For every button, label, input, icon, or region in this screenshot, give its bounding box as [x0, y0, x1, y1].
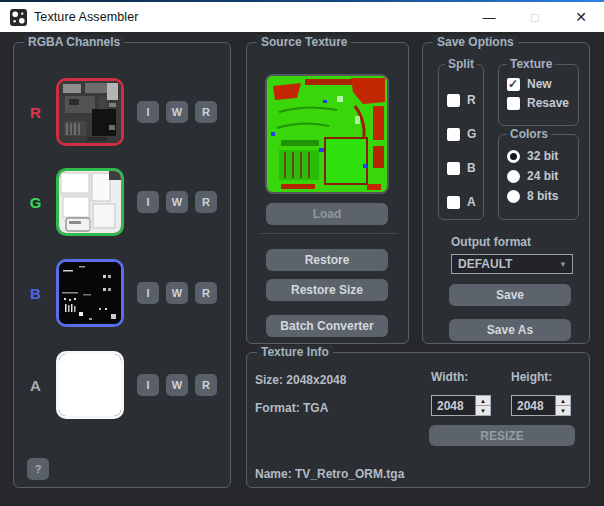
texture-options: New Resave	[507, 77, 569, 110]
checkbox-icon	[507, 97, 520, 110]
channel-a-i-button[interactable]: I	[137, 374, 159, 396]
close-button[interactable]: ✕	[558, 2, 604, 32]
split-group-title: Split	[445, 57, 477, 71]
radio-32bit-label: 32 bit	[527, 149, 558, 163]
height-label: Height:	[511, 370, 552, 384]
channel-r-label: R	[27, 104, 44, 121]
channel-r-i-button[interactable]: I	[137, 101, 159, 123]
radio-8bits[interactable]: 8 bits	[507, 189, 558, 203]
radio-32bit[interactable]: 32 bit	[507, 149, 558, 163]
radio-24bit[interactable]: 24 bit	[507, 169, 558, 183]
colors-group-title: Colors	[507, 127, 551, 141]
width-label: Width:	[431, 370, 468, 384]
channel-r-actions: I W R	[137, 101, 217, 123]
radio-icon	[507, 150, 520, 163]
split-checkbox-a[interactable]: A	[447, 195, 476, 209]
texture-new-label: New	[527, 77, 552, 91]
channel-b-i-button[interactable]: I	[137, 282, 159, 304]
texture-name-text: Name: TV_Retro_ORM.tga	[255, 467, 404, 481]
split-group: Split R G B A	[438, 64, 484, 220]
maximize-button[interactable]: □	[512, 2, 558, 32]
texture-resave-label: Resave	[527, 96, 569, 110]
minimize-button[interactable]: —	[466, 2, 512, 32]
radio-8bits-label: 8 bits	[527, 189, 558, 203]
output-format-select[interactable]: DEFAULT ▼	[451, 254, 573, 274]
radio-24bit-label: 24 bit	[527, 169, 558, 183]
split-g-label: G	[467, 127, 476, 141]
channel-g-label: G	[27, 194, 44, 211]
source-texture-preview[interactable]	[265, 74, 389, 194]
texture-size-text: Size: 2048x2048	[255, 373, 346, 387]
save-options-title: Save Options	[433, 35, 518, 49]
resize-button[interactable]: RESIZE	[429, 425, 575, 446]
rgba-channels-panel: RGBA Channels R I W	[13, 42, 231, 488]
channel-a-actions: I W R	[137, 374, 217, 396]
split-checkbox-r[interactable]: R	[447, 93, 476, 107]
save-as-button[interactable]: Save As	[449, 319, 571, 341]
channel-g-i-button[interactable]: I	[137, 191, 159, 213]
height-spinner: ▲ ▼	[555, 396, 570, 415]
titlebar-accent-line	[0, 0, 604, 2]
channel-r-thumbnail[interactable]	[56, 78, 124, 146]
split-checkbox-b[interactable]: B	[447, 161, 476, 175]
height-input[interactable]	[512, 396, 555, 415]
spinner-up-icon[interactable]: ▲	[476, 396, 490, 406]
channel-g-r-button[interactable]: R	[195, 191, 217, 213]
texture-checkbox-new[interactable]: New	[507, 77, 569, 91]
app-window: Texture Assembler — □ ✕ RGBA Channels R	[0, 0, 604, 506]
width-spinner: ▲ ▼	[475, 396, 490, 415]
source-texture-title: Source Texture	[257, 35, 351, 49]
split-a-label: A	[467, 195, 476, 209]
restore-button[interactable]: Restore	[266, 249, 388, 271]
channel-r-r-button[interactable]: R	[195, 101, 217, 123]
output-format-value: DEFAULT	[452, 257, 554, 271]
channel-b-actions: I W R	[137, 282, 217, 304]
channel-a-thumbnail[interactable]	[56, 351, 124, 419]
channel-b-r-button[interactable]: R	[195, 282, 217, 304]
help-button[interactable]: ?	[27, 458, 49, 480]
texture-checkbox-resave[interactable]: Resave	[507, 96, 569, 110]
batch-converter-button[interactable]: Batch Converter	[266, 315, 388, 337]
channel-a-label: A	[27, 377, 44, 394]
split-b-label: B	[467, 161, 476, 175]
spinner-up-icon[interactable]: ▲	[556, 396, 570, 406]
titlebar[interactable]: Texture Assembler — □ ✕	[0, 0, 604, 32]
source-separator	[259, 233, 398, 234]
split-checkbox-g[interactable]: G	[447, 127, 476, 141]
channel-row-r: R I W R	[14, 78, 230, 146]
split-options: R G B A	[447, 93, 476, 209]
channel-a-r-button[interactable]: R	[195, 374, 217, 396]
texture-info-title: Texture Info	[257, 345, 333, 359]
rgba-channels-title: RGBA Channels	[24, 35, 124, 49]
checkbox-icon	[447, 128, 460, 141]
restore-size-button[interactable]: Restore Size	[266, 279, 388, 301]
load-button[interactable]: Load	[266, 203, 388, 225]
channel-row-a: A I W R	[14, 351, 230, 419]
radio-icon	[507, 170, 520, 183]
spinner-down-icon[interactable]: ▼	[476, 406, 490, 415]
width-input[interactable]	[432, 396, 475, 415]
save-button[interactable]: Save	[449, 284, 571, 306]
split-r-label: R	[467, 93, 476, 107]
channel-b-label: B	[27, 285, 44, 302]
channel-g-thumbnail[interactable]	[56, 168, 124, 236]
colors-options: 32 bit 24 bit 8 bits	[507, 149, 558, 203]
channel-b-w-button[interactable]: W	[166, 282, 188, 304]
window-title: Texture Assembler	[34, 10, 139, 24]
channel-r-w-button[interactable]: W	[166, 101, 188, 123]
height-stepper: ▲ ▼	[511, 395, 571, 416]
colors-group: Colors 32 bit 24 bit 8 bits	[498, 134, 579, 220]
output-format-label: Output format	[451, 235, 531, 249]
channel-a-w-button[interactable]: W	[166, 374, 188, 396]
checkbox-icon	[447, 94, 460, 107]
checkbox-icon	[447, 162, 460, 175]
texture-info-panel: Texture Info Size: 2048x2048 Format: TGA…	[246, 352, 590, 488]
app-icon	[10, 9, 27, 26]
channel-g-w-button[interactable]: W	[166, 191, 188, 213]
checkbox-icon	[447, 196, 460, 209]
texture-group: Texture New Resave	[498, 64, 579, 126]
channel-g-actions: I W R	[137, 191, 217, 213]
texture-format-text: Format: TGA	[255, 401, 328, 415]
spinner-down-icon[interactable]: ▼	[556, 406, 570, 415]
channel-b-thumbnail[interactable]	[56, 259, 124, 327]
